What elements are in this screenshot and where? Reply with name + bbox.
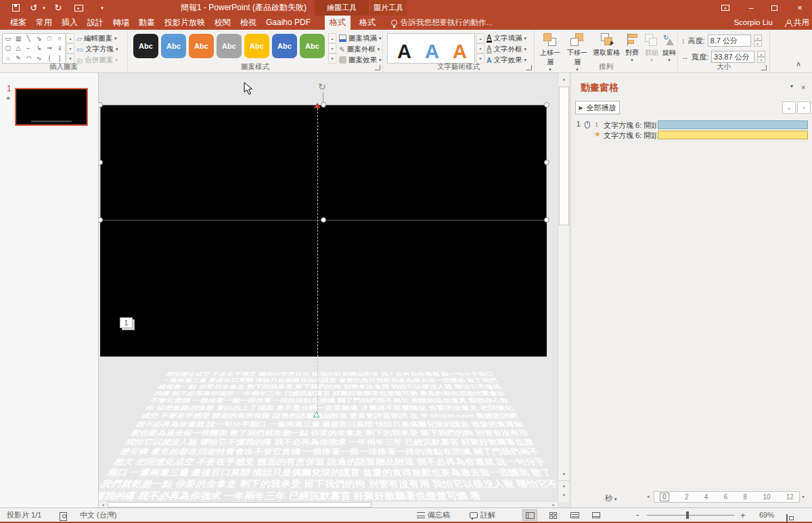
- timeline-right-icon[interactable]: ▸: [803, 494, 805, 499]
- shape-gallery-item[interactable]: ∿: [34, 53, 44, 63]
- vertical-scrollbar[interactable]: ▲ ▼ ▲ ▼: [558, 73, 569, 502]
- shape-gallery-item[interactable]: ↳: [34, 43, 44, 53]
- vertical-scrollbar-thumb[interactable]: [559, 87, 569, 225]
- collapse-ribbon-icon[interactable]: ∧: [796, 60, 801, 68]
- scroll-up-icon[interactable]: ▲: [559, 74, 569, 84]
- shape-gallery-item[interactable]: ○: [55, 34, 65, 43]
- horizontal-scrollbar[interactable]: ◂ ▸: [99, 501, 558, 507]
- contextual-tab-picture-tools[interactable]: 圖片工具: [370, 0, 407, 16]
- shape-gallery-item[interactable]: ✎: [13, 53, 23, 63]
- shape-style-chip[interactable]: Abc: [217, 34, 242, 58]
- start-slideshow-button[interactable]: ▸: [70, 0, 87, 16]
- shape-gallery-item[interactable]: ⇘: [34, 34, 44, 43]
- tab-review[interactable]: 校閱: [210, 16, 235, 30]
- motion-path-line[interactable]: [317, 108, 318, 414]
- animation-item[interactable]: 1 ↕ 文字方塊 6: 開頭...: [571, 120, 812, 130]
- edit-shape-button[interactable]: ▱ 編輯圖案 ▾: [76, 33, 117, 43]
- normal-view-button[interactable]: [522, 509, 537, 521]
- next-slide-icon[interactable]: ▼: [559, 491, 569, 500]
- maximize-button[interactable]: [763, 0, 785, 16]
- tab-transitions[interactable]: 轉場: [108, 16, 134, 30]
- dialog-launcher-icon[interactable]: [375, 65, 380, 70]
- scroll-left-icon[interactable]: ◂: [99, 501, 107, 507]
- shape-gallery-item[interactable]: ⇓: [55, 43, 65, 53]
- qat-customize-button[interactable]: ▾: [97, 0, 107, 16]
- undo-dropdown[interactable]: ▾: [41, 0, 47, 16]
- slide-indicator[interactable]: 投影片 1/1: [7, 508, 41, 522]
- close-button[interactable]: ×: [788, 0, 812, 16]
- shape-gallery-item[interactable]: △: [13, 43, 23, 53]
- width-field[interactable]: [711, 51, 754, 63]
- slideshow-view-button[interactable]: [589, 509, 604, 521]
- play-all-button[interactable]: ▶ 全部播放: [575, 101, 620, 114]
- zoom-level[interactable]: 69%: [759, 508, 774, 522]
- shape-gallery-item[interactable]: ▢: [3, 43, 13, 53]
- handle-middle-right[interactable]: [544, 160, 549, 165]
- rotate-button[interactable]: ↻ 旋轉 ▾: [660, 32, 678, 63]
- shape-gallery-item[interactable]: ⌂: [3, 53, 13, 63]
- shape-style-chip[interactable]: Abc: [189, 34, 214, 58]
- tab-gaaiho-pdf[interactable]: Gaaiho PDF: [261, 16, 315, 30]
- pane-menu-icon[interactable]: ▾: [790, 83, 793, 89]
- animation-number-tag[interactable]: 1: [120, 317, 133, 328]
- scroll-down-icon[interactable]: ▾: [66, 43, 74, 53]
- undo-button[interactable]: ↺: [27, 0, 41, 16]
- handle-top-right[interactable]: [544, 102, 549, 108]
- tell-me-box[interactable]: 告訴我您想要執行的動作...: [391, 16, 493, 30]
- user-name[interactable]: Scorpio Liu: [734, 16, 773, 30]
- handle-bottom-right[interactable]: [544, 217, 549, 223]
- selection-pane-button[interactable]: 選取窗格: [591, 32, 621, 58]
- shape-gallery-item[interactable]: ⌐: [24, 43, 34, 53]
- minimize-button[interactable]: –: [740, 0, 762, 16]
- align-button[interactable]: 對齊 ▾: [623, 32, 641, 63]
- shape-gallery[interactable]: ▭ ▥ ╲ ⇘ □ ○ ▢ △ ⌐ ↳ ⇒ ⇓ ⌂ ✎ ◠ ∿ { }: [2, 33, 66, 64]
- shape-style-chip[interactable]: Abc: [244, 34, 269, 58]
- tab-design[interactable]: 設計: [83, 16, 108, 30]
- shape-fill-button[interactable]: 圖案填滿 ▾: [339, 33, 382, 43]
- shape-outline-button[interactable]: ✎ 圖案外框 ▾: [339, 44, 380, 54]
- slide[interactable]: [100, 105, 547, 357]
- close-pane-icon[interactable]: ×: [801, 83, 805, 91]
- shape-style-chip[interactable]: Abc: [272, 34, 297, 58]
- timeline-unit-dropdown[interactable]: 秒 ▾: [605, 493, 617, 503]
- language-indicator[interactable]: 中文 (台灣): [80, 508, 116, 522]
- zoom-in-button[interactable]: +: [740, 508, 746, 522]
- scroll-down-icon[interactable]: ▾: [328, 43, 336, 53]
- scroll-right-icon[interactable]: ▸: [549, 501, 558, 507]
- height-stepper[interactable]: ▴▾: [754, 35, 762, 47]
- zoom-slider[interactable]: [647, 515, 735, 516]
- scroll-up-icon[interactable]: ▴: [328, 33, 336, 43]
- previous-slide-icon[interactable]: ▲: [559, 480, 569, 490]
- shape-gallery-item[interactable]: ▭: [3, 34, 13, 43]
- shape-gallery-item[interactable]: ◠: [24, 53, 34, 63]
- text-fill-button[interactable]: A 文字填滿 ▾: [487, 33, 526, 43]
- timeline-left-icon[interactable]: ◂: [647, 494, 650, 499]
- animation-timeline-bar[interactable]: [658, 131, 808, 139]
- slide-editing-canvas[interactable]: 把回憶化成空 不要在乎感受 體面的有所保留 說過的話當贈品附送 我不必再為你遷就…: [99, 73, 558, 502]
- rotate-handle-icon[interactable]: ↻: [318, 81, 326, 92]
- redo-button[interactable]: ↻: [51, 0, 65, 16]
- dialog-launcher-icon[interactable]: [761, 65, 767, 70]
- animation-timeline-bar[interactable]: [658, 120, 808, 129]
- reading-view-button[interactable]: [567, 509, 582, 521]
- scroll-down-icon[interactable]: ▼: [559, 470, 569, 479]
- text-box-button[interactable]: ▭ 文字方塊 ▾: [76, 44, 118, 54]
- ribbon-display-options-button[interactable]: ∧: [715, 0, 736, 16]
- tab-format-picture[interactable]: 格式: [355, 16, 380, 30]
- shape-gallery-item[interactable]: ▥: [13, 34, 23, 43]
- scroll-up-icon[interactable]: ▴: [476, 33, 484, 43]
- notes-button[interactable]: 備忘稿: [417, 508, 450, 522]
- text-outline-button[interactable]: A 文字外框 ▾: [487, 44, 526, 54]
- lyrics-crawl-text[interactable]: 把回憶化成空 不要在乎感受 體面的有所保留 說過的話當贈品附送 我不必再為你遷就…: [99, 371, 558, 502]
- shape-style-chip[interactable]: Abc: [300, 34, 325, 58]
- animation-item[interactable]: ★ 文字方塊 6: 開頭...: [571, 130, 812, 140]
- zoom-out-button[interactable]: -: [636, 508, 639, 522]
- shape-gallery-item[interactable]: □: [44, 34, 54, 43]
- shape-gallery-item[interactable]: ⇒: [44, 43, 54, 53]
- tab-animations[interactable]: 動畫: [134, 16, 160, 30]
- handle-top-center[interactable]: [321, 102, 326, 108]
- shape-gallery-item[interactable]: {: [44, 53, 54, 63]
- tab-slideshow[interactable]: 投影片放映: [160, 16, 210, 30]
- timeline-scale[interactable]: 0 2 4 6 8 10 12: [654, 491, 800, 503]
- slide-thumbnail[interactable]: [15, 88, 88, 126]
